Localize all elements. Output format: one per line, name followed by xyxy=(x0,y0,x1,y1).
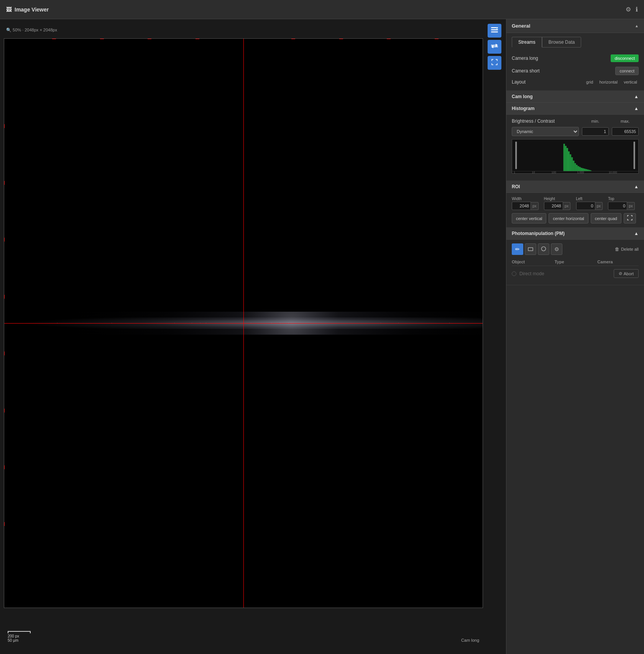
pm-abort-button[interactable]: ⊘ Abort xyxy=(614,269,639,278)
expand-icon xyxy=(627,215,632,220)
layout-horizontal[interactable]: horizontal xyxy=(598,79,619,85)
layers-button[interactable] xyxy=(488,24,501,38)
pm-pencil-button[interactable]: ✏ xyxy=(512,243,523,255)
svg-text:1: 1 xyxy=(514,171,515,173)
layout-vertical[interactable]: vertical xyxy=(622,79,639,85)
roi-height-input-group: px xyxy=(544,202,575,210)
settings-icon[interactable]: ⚙ xyxy=(626,6,631,13)
crosshair-vertical xyxy=(243,39,244,608)
image-canvas[interactable] xyxy=(4,38,483,608)
main-layout: 🔍 50% · 2048px × 2048px xyxy=(0,19,644,654)
bc-controls-row: Dynamic xyxy=(512,127,639,136)
roi-left-input[interactable] xyxy=(576,202,595,210)
pm-col-camera: Camera xyxy=(597,260,639,264)
bc-label: Brightness / Contrast xyxy=(512,118,579,124)
pm-rectangle-button[interactable] xyxy=(525,243,536,255)
svg-rect-5 xyxy=(564,144,565,171)
roi-center-vertical-button[interactable]: center vertical xyxy=(512,213,546,223)
svg-text:100: 100 xyxy=(552,171,556,173)
bc-min-input[interactable] xyxy=(582,127,609,136)
roi-header[interactable]: ROI ▲ xyxy=(506,181,644,193)
info-icon[interactable]: ℹ xyxy=(636,6,638,13)
histogram-chart: 1 10 100 1,000 10,000 xyxy=(512,139,639,174)
app-title-text: Image Viewer xyxy=(15,7,49,13)
svg-rect-1 xyxy=(491,30,498,31)
histogram-title: Histogram xyxy=(512,106,534,111)
roi-title: ROI xyxy=(512,184,520,189)
tab-streams[interactable]: Streams xyxy=(512,37,542,48)
trash-icon: 🗑 xyxy=(615,246,619,252)
pm-circle-button[interactable] xyxy=(538,243,549,255)
roi-height-input[interactable] xyxy=(544,202,563,210)
roi-width-field: Width px xyxy=(512,197,542,210)
roi-center-horizontal-button[interactable]: center horizontal xyxy=(549,213,588,223)
image-display xyxy=(4,39,483,608)
bc-min-label: min. xyxy=(582,119,609,123)
stream-tabs: Streams Browse Data xyxy=(512,37,639,48)
pm-table-header: Object Type Camera xyxy=(512,258,639,266)
tick-h-5 xyxy=(4,352,5,355)
titlebar-icons: ⚙ ℹ xyxy=(626,6,638,13)
camera-short-label: Camera short xyxy=(512,68,540,74)
roi-height-label: Height xyxy=(544,197,575,201)
zoom-info: 🔍 50% · 2048px × 2048px xyxy=(6,28,57,33)
roi-buttons: center vertical center horizontal center… xyxy=(512,213,639,223)
roi-expand-button[interactable] xyxy=(624,213,636,223)
pm-direct-mode-label: Direct mode xyxy=(519,271,544,276)
roi-center-quad-button[interactable]: center quad xyxy=(591,213,621,223)
cam-long-header[interactable]: Cam long ▲ xyxy=(506,91,644,103)
circle-icon xyxy=(541,246,546,253)
tab-browse-data[interactable]: Browse Data xyxy=(542,37,582,48)
roi-left-unit: px xyxy=(595,202,603,210)
histogram-svg: 1 10 100 1,000 10,000 xyxy=(512,140,638,173)
swap-icon xyxy=(491,43,498,50)
svg-rect-10 xyxy=(571,157,573,171)
expand-button[interactable] xyxy=(488,56,501,70)
pm-direct-mode-row: Direct mode ⊘ Abort xyxy=(512,266,639,281)
histogram-section-body: Brightness / Contrast min. max. Dynamic xyxy=(506,115,644,181)
gear-icon: ⚙ xyxy=(554,246,559,252)
svg-text:1,000: 1,000 xyxy=(577,171,584,173)
roi-top-input-group: px xyxy=(608,202,639,210)
svg-rect-11 xyxy=(573,161,574,171)
right-panel: General ▲ Streams Browse Data Camera lon… xyxy=(506,19,644,654)
rectangle-icon xyxy=(528,246,533,252)
roi-left-input-group: px xyxy=(576,202,607,210)
scale-bar-um: 50 µm xyxy=(8,638,31,642)
camera-long-disconnect-button[interactable]: disconnect xyxy=(611,54,639,62)
tick-v-5 xyxy=(291,39,295,39)
pm-chevron: ▲ xyxy=(634,231,639,236)
histogram-chevron: ▲ xyxy=(634,106,639,111)
pm-col-object: Object xyxy=(512,260,553,264)
bc-max-label: max. xyxy=(612,119,639,123)
svg-rect-6 xyxy=(565,146,567,171)
general-title: General xyxy=(512,23,530,29)
bc-mode-select[interactable]: Dynamic xyxy=(512,127,579,136)
roi-section-body: Width px Height px Left xyxy=(506,193,644,228)
svg-rect-24 xyxy=(634,142,635,169)
pm-status-indicator xyxy=(512,271,516,276)
swap-button[interactable] xyxy=(488,40,501,54)
pm-gear-button[interactable]: ⚙ xyxy=(551,243,562,255)
bc-max-input[interactable] xyxy=(612,127,639,136)
expand-icon xyxy=(491,59,498,67)
general-section-body: Streams Browse Data Camera long disconne… xyxy=(506,33,644,91)
scale-bar-px: 200 px xyxy=(8,634,31,638)
roi-width-input-group: px xyxy=(512,202,542,210)
general-section-header[interactable]: General ▲ xyxy=(506,19,644,33)
roi-width-input[interactable] xyxy=(512,202,531,210)
tick-h-7 xyxy=(4,465,5,469)
scale-bar-line xyxy=(8,631,31,633)
histogram-header[interactable]: Histogram ▲ xyxy=(506,103,644,115)
pm-section-body: ✏ ⚙ xyxy=(506,240,644,285)
camera-short-connect-button[interactable]: connect xyxy=(615,67,639,75)
pm-header[interactable]: Photomanipulation (PM) ▲ xyxy=(506,228,644,240)
tick-v-3 xyxy=(148,39,151,39)
roi-top-input[interactable] xyxy=(608,202,627,210)
layout-options: grid horizontal vertical xyxy=(585,79,639,85)
pm-delete-all-button[interactable]: 🗑 Delete all xyxy=(615,246,639,252)
svg-rect-19 xyxy=(585,169,587,171)
tick-v-6 xyxy=(339,39,343,39)
svg-rect-23 xyxy=(515,142,517,169)
layout-grid[interactable]: grid xyxy=(585,79,595,85)
